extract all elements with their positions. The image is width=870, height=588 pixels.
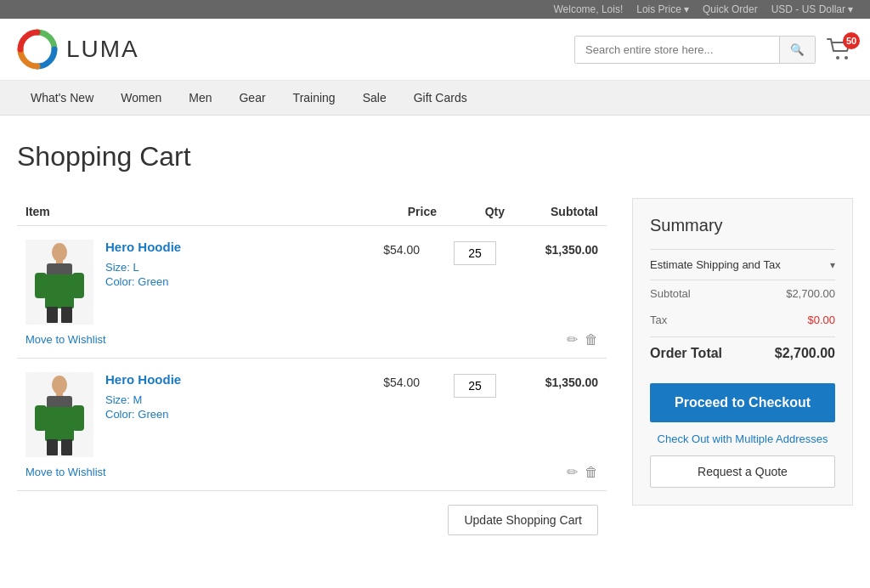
top-bar: Welcome, Lois! Lois Price ▾ Quick Order …	[0, 0, 870, 19]
item-qty-input-2[interactable]	[454, 374, 496, 398]
edit-item-2-button[interactable]: ✏	[567, 464, 578, 480]
cart-column-headers: Item Price Qty Subtotal	[17, 198, 607, 226]
header-item: Item	[25, 205, 352, 218]
edit-item-1-button[interactable]: ✏	[567, 331, 578, 348]
item-footer-1: Move to Wishlist ✏ 🗑	[17, 331, 607, 358]
item-color-1: Color: Green	[105, 275, 326, 288]
nav-item-whats-new[interactable]: What's New	[17, 81, 107, 115]
svg-rect-10	[72, 273, 84, 298]
tax-label: Tax	[650, 314, 667, 326]
svg-rect-18	[72, 405, 84, 431]
search-icon: 🔍	[790, 43, 805, 56]
logo-link[interactable]: LUMA	[17, 29, 139, 70]
item-details-2: Hero Hoodie Size: M Color: Green	[105, 372, 326, 457]
item-name-1[interactable]: Hero Hoodie	[105, 240, 326, 254]
item-details-wrapper-1: Hero Hoodie Size: L Color: Green	[25, 240, 326, 325]
item-subtotal-1: $1,350.00	[505, 240, 598, 257]
estimate-shipping-toggle[interactable]: Estimate Shipping and Tax ▾	[650, 249, 835, 280]
update-btn-row: Update Shopping Cart	[17, 491, 607, 549]
quick-order-link[interactable]: Quick Order	[703, 3, 758, 15]
cart-item-1: Hero Hoodie Size: L Color: Green	[17, 226, 607, 359]
item-main-row-1: Hero Hoodie Size: L Color: Green	[17, 226, 607, 331]
summary-subtotal-row: Subtotal $2,700.00	[650, 280, 835, 307]
svg-rect-8	[61, 307, 72, 323]
update-cart-button[interactable]: Update Shopping Cart	[448, 505, 598, 535]
nav-item-men[interactable]: Men	[175, 81, 225, 115]
move-wishlist-2[interactable]: Move to Wishlist	[25, 466, 106, 478]
delete-item-1-button[interactable]: 🗑	[585, 331, 598, 348]
header: LUMA 🔍 50	[0, 19, 870, 81]
content-layout: Item Price Qty Subtotal	[17, 198, 853, 549]
header-qty: Qty	[437, 205, 505, 218]
proceed-checkout-button[interactable]: Proceed to Checkout	[650, 383, 835, 422]
item-main-row-2: Hero Hoodie Size: M Color: Green $54.00	[17, 359, 607, 464]
product-svg-1	[30, 242, 89, 323]
nav-item-women[interactable]: Women	[107, 81, 175, 115]
subtotal-value: $2,700.00	[786, 287, 835, 300]
user-menu[interactable]: Lois Price ▾	[636, 3, 689, 15]
summary-box: Summary Estimate Shipping and Tax ▾ Subt…	[632, 198, 853, 506]
svg-rect-17	[35, 405, 47, 431]
move-wishlist-1[interactable]: Move to Wishlist	[25, 333, 106, 346]
svg-rect-6	[45, 274, 74, 308]
item-image-1	[25, 240, 93, 325]
summary-tax-row: Tax $0.00	[650, 307, 835, 333]
item-image-2	[25, 372, 93, 457]
svg-rect-7	[47, 307, 58, 323]
tax-value: $0.00	[807, 314, 835, 326]
summary-title: Summary	[650, 216, 835, 235]
main-content: Shopping Cart Item Price Qty Subtotal	[0, 116, 870, 566]
item-qty-wrapper-2	[428, 372, 496, 398]
total-label: Order Total	[650, 346, 722, 361]
product-svg-2	[30, 375, 89, 455]
header-price: Price	[352, 205, 437, 218]
logo-icon	[17, 29, 58, 70]
item-details-wrapper-2: Hero Hoodie Size: M Color: Green	[25, 372, 326, 457]
nav-item-training[interactable]: Training	[280, 81, 349, 115]
item-color-2: Color: Green	[105, 408, 326, 421]
item-price-2: $54.00	[335, 372, 420, 389]
svg-rect-13	[47, 396, 72, 409]
svg-rect-15	[47, 439, 58, 455]
search-bar: 🔍	[574, 36, 816, 64]
cart-section: Item Price Qty Subtotal	[17, 198, 607, 549]
nav-item-gift-cards[interactable]: Gift Cards	[400, 81, 481, 115]
logo-text: LUMA	[66, 36, 139, 63]
item-footer-2: Move to Wishlist ✏ 🗑	[17, 464, 607, 490]
multi-address-link[interactable]: Check Out with Multiple Addresses	[650, 433, 835, 445]
welcome-message: Welcome, Lois!	[553, 3, 623, 15]
item-action-icons-2: ✏ 🗑	[567, 464, 598, 480]
cart-button[interactable]: 50	[826, 37, 853, 61]
search-button[interactable]: 🔍	[779, 37, 815, 63]
cart-count: 50	[843, 32, 860, 49]
item-price-1: $54.00	[335, 240, 420, 257]
delete-item-2-button[interactable]: 🗑	[585, 464, 598, 480]
total-value: $2,700.00	[775, 346, 835, 361]
header-subtotal: Subtotal	[505, 205, 598, 218]
item-subtotal-2: $1,350.00	[505, 372, 598, 389]
cart-item-2: Hero Hoodie Size: M Color: Green $54.00	[17, 359, 607, 491]
currency-selector[interactable]: USD - US Dollar ▾	[771, 3, 853, 15]
svg-rect-14	[45, 407, 74, 441]
item-size-2: Size: M	[105, 393, 326, 406]
svg-point-3	[52, 243, 67, 262]
item-name-2[interactable]: Hero Hoodie	[105, 372, 326, 387]
item-size-1: Size: L	[105, 261, 326, 274]
request-quote-button[interactable]: Request a Quote	[650, 455, 835, 488]
page-title: Shopping Cart	[17, 141, 853, 172]
svg-point-1	[836, 56, 839, 59]
svg-rect-9	[35, 273, 47, 298]
main-nav: What's New Women Men Gear Training Sale …	[0, 81, 870, 116]
svg-point-2	[845, 56, 848, 59]
item-qty-input-1[interactable]	[454, 241, 496, 265]
summary-section: Summary Estimate Shipping and Tax ▾ Subt…	[632, 198, 853, 506]
svg-point-11	[52, 376, 67, 394]
nav-item-sale[interactable]: Sale	[349, 81, 400, 115]
search-input[interactable]	[575, 37, 779, 63]
nav-item-gear[interactable]: Gear	[225, 81, 279, 115]
header-right: 🔍 50	[574, 36, 853, 64]
summary-total-row: Order Total $2,700.00	[650, 336, 835, 370]
chevron-down-icon: ▾	[848, 3, 853, 15]
subtotal-label: Subtotal	[650, 287, 691, 300]
svg-rect-16	[61, 439, 72, 455]
